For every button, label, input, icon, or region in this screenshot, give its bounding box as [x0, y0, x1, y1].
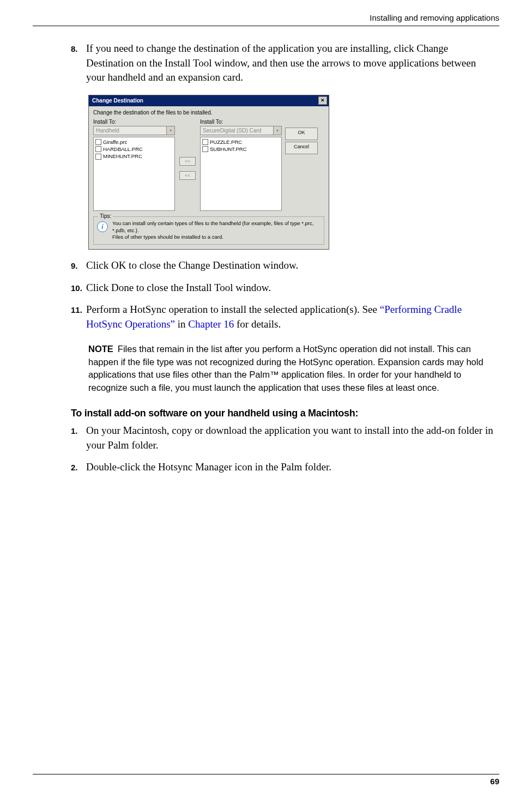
move-right-button[interactable]: >> [179, 157, 196, 166]
list-item[interactable]: MINEHUNT.PRC [95, 153, 173, 160]
tips-group: Tips: i You can install only certain typ… [93, 216, 324, 245]
step-text: for details. [234, 318, 281, 330]
list-item[interactable]: SUBHUNT.PRC [202, 146, 280, 153]
file-name: MINEHUNT.PRC [103, 153, 142, 160]
note-text: Files that remain in the list after you … [88, 344, 483, 393]
right-file-list[interactable]: PUZZLE.PRC SUBHUNT.PRC [200, 137, 282, 211]
step-number: 10. [71, 281, 86, 294]
file-icon [95, 146, 101, 152]
left-destination-combo[interactable]: Handheld ▼ [93, 126, 175, 135]
step-body: Perform a HotSync operation to install t… [86, 302, 494, 331]
dialog-title: Change Destination [92, 98, 143, 104]
file-icon [202, 139, 208, 145]
change-destination-figure: Change Destination ✕ Change the destinat… [88, 95, 494, 250]
file-name: PUZZLE.PRC [210, 138, 242, 146]
dialog-instruction: Change the destination of the files to b… [93, 110, 324, 116]
step-number: 9. [71, 258, 86, 271]
header-rule [33, 26, 499, 26]
tips-line: You can install only certain types of fi… [112, 220, 321, 234]
info-icon: i [97, 221, 108, 232]
link-chapter-16[interactable]: Chapter 16 [188, 318, 234, 330]
file-name: SUBHUNT.PRC [210, 146, 247, 153]
step-text: Perform a HotSync operation to install t… [86, 304, 380, 315]
page-footer: 69 [33, 774, 499, 786]
list-item[interactable]: Giraffe.prc [95, 138, 173, 146]
right-pane: Install To: SecureDigital (SD) Card ▼ PU… [200, 119, 282, 211]
note-label: NOTE [88, 344, 113, 354]
page-content: 8. If you need to change the destination… [33, 41, 499, 475]
mac-step-2: 2. Double-click the Hotsync Manager icon… [71, 460, 494, 475]
combo-value: Handheld [96, 128, 119, 134]
file-icon [202, 146, 208, 152]
step-number: 8. [71, 41, 86, 55]
step-number: 1. [71, 423, 86, 437]
dialog-titlebar: Change Destination ✕ [89, 95, 329, 106]
transfer-buttons: >> << [178, 119, 197, 180]
running-header: Installing and removing applications [33, 13, 499, 26]
list-item[interactable]: PUZZLE.PRC [202, 138, 280, 146]
tips-text: You can install only certain types of fi… [112, 220, 321, 241]
move-left-button[interactable]: << [179, 171, 196, 180]
change-destination-dialog: Change Destination ✕ Change the destinat… [88, 95, 329, 250]
file-name: Giraffe.prc [103, 138, 127, 146]
step-text: in [175, 318, 188, 330]
left-file-list[interactable]: Giraffe.prc HARDBALL.PRC MINEHUNT.PRC [93, 137, 175, 211]
file-icon [95, 154, 101, 160]
left-install-to-label: Install To: [93, 119, 175, 125]
page-number: 69 [33, 777, 499, 786]
mac-install-subheading: To install add-on software on your handh… [71, 408, 494, 419]
footer-rule [33, 774, 499, 774]
file-name: HARDBALL.PRC [103, 146, 143, 153]
step-body: Click OK to close the Change Destination… [86, 258, 494, 273]
step-11: 11. Perform a HotSync operation to insta… [71, 302, 494, 331]
step-body: If you need to change the destination of… [86, 41, 494, 85]
combo-value: SecureDigital (SD) Card [203, 128, 261, 134]
step-body: Double-click the Hotsync Manager icon in… [86, 460, 494, 475]
tips-line: Files of other types should be installed… [112, 234, 321, 241]
chevron-down-icon: ▼ [166, 126, 174, 135]
chevron-down-icon: ▼ [273, 126, 281, 135]
list-item[interactable]: HARDBALL.PRC [95, 146, 173, 153]
right-install-to-label: Install To: [200, 119, 282, 125]
cancel-button[interactable]: Cancel [285, 142, 318, 154]
tips-legend: Tips: [98, 213, 113, 219]
step-number: 11. [71, 302, 86, 316]
file-icon [95, 139, 101, 145]
step-10: 10. Click Done to close the Install Tool… [71, 281, 494, 295]
close-icon[interactable]: ✕ [318, 96, 327, 105]
ok-button[interactable]: OK [285, 128, 318, 140]
right-destination-combo[interactable]: SecureDigital (SD) Card ▼ [200, 126, 282, 135]
note-block: NOTEFiles that remain in the list after … [88, 343, 494, 395]
step-8: 8. If you need to change the destination… [71, 41, 494, 85]
left-pane: Install To: Handheld ▼ Giraffe.prc HARDB… [93, 119, 175, 211]
step-number: 2. [71, 460, 86, 473]
step-body: On your Macintosh, copy or download the … [86, 423, 494, 452]
step-9: 9. Click OK to close the Change Destinat… [71, 258, 494, 273]
dialog-action-buttons: OK Cancel [285, 119, 321, 156]
step-body: Click Done to close the Install Tool win… [86, 281, 494, 295]
mac-step-1: 1. On your Macintosh, copy or download t… [71, 423, 494, 452]
